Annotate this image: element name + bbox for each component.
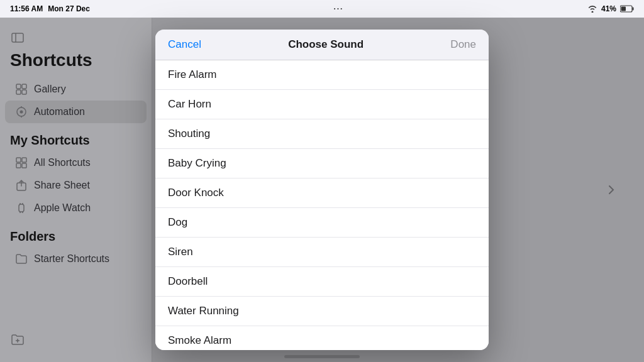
svg-rect-1 bbox=[632, 8, 633, 11]
dots-indicator: ··· bbox=[333, 4, 343, 13]
status-bar: 11:56 AM Mon 27 Dec ··· 41% bbox=[0, 0, 644, 18]
sound-list-item[interactable]: Smoke Alarm bbox=[155, 326, 489, 350]
battery-display: 41% bbox=[601, 4, 616, 13]
sound-list-item[interactable]: Dog bbox=[155, 208, 489, 238]
done-button[interactable]: Done bbox=[450, 38, 476, 51]
time-display: 11:56 AM bbox=[10, 4, 43, 13]
status-bar-center: ··· bbox=[333, 4, 343, 13]
sound-list-item[interactable]: Shouting bbox=[155, 119, 489, 149]
status-bar-right: 41% bbox=[587, 4, 634, 13]
choose-sound-modal: Cancel Choose Sound Done Fire AlarmCar H… bbox=[155, 30, 489, 350]
battery-icon bbox=[620, 5, 634, 13]
sound-list-item[interactable]: Fire Alarm bbox=[155, 60, 489, 90]
sound-list-item[interactable]: Door Knock bbox=[155, 178, 489, 208]
cancel-button[interactable]: Cancel bbox=[168, 38, 201, 51]
modal-title: Choose Sound bbox=[201, 38, 450, 51]
status-bar-left: 11:56 AM Mon 27 Dec bbox=[10, 4, 90, 13]
modal-header: Cancel Choose Sound Done bbox=[155, 30, 489, 60]
sound-list-item[interactable]: Siren bbox=[155, 238, 489, 267]
sound-list-item[interactable]: Doorbell bbox=[155, 267, 489, 297]
sound-list: Fire AlarmCar HornShoutingBaby CryingDoo… bbox=[155, 60, 489, 350]
sound-list-item[interactable]: Car Horn bbox=[155, 90, 489, 119]
modal-overlay: Cancel Choose Sound Done Fire AlarmCar H… bbox=[0, 18, 644, 362]
wifi-icon bbox=[587, 5, 597, 13]
date-display: Mon 27 Dec bbox=[48, 4, 90, 13]
svg-rect-2 bbox=[621, 7, 626, 11]
app-container: Shortcuts Gallery Automation My Shortcut… bbox=[0, 18, 644, 362]
sound-list-item[interactable]: Water Running bbox=[155, 297, 489, 326]
sound-list-item[interactable]: Baby Crying bbox=[155, 149, 489, 178]
